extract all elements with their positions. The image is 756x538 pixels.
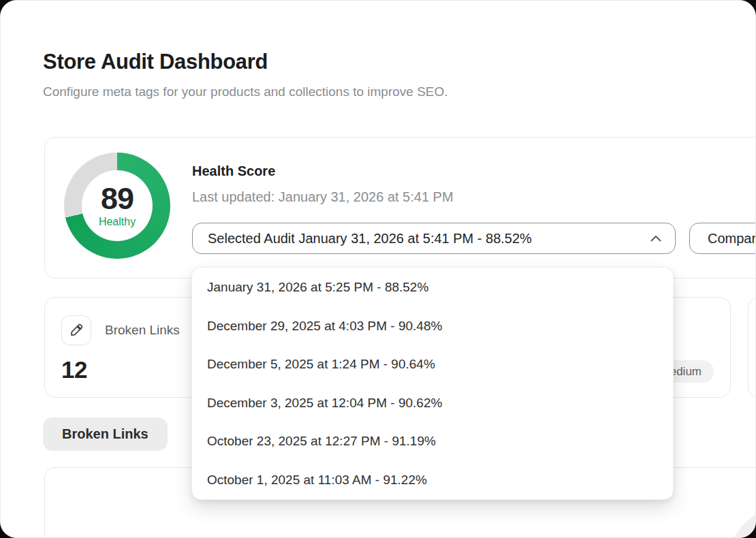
audit-select-value: Selected Audit January 31, 2026 at 5:41 … bbox=[208, 231, 532, 247]
broken-links-count: 12 bbox=[61, 356, 87, 383]
pencil-icon bbox=[69, 323, 84, 338]
broken-links-label: Broken Links bbox=[105, 323, 180, 338]
health-score-status: Healthy bbox=[99, 216, 136, 228]
audit-option[interactable]: October 23, 2025 at 12:27 PM - 91.19% bbox=[192, 422, 673, 461]
health-score-heading: Health Score bbox=[192, 163, 275, 179]
audit-dropdown-panel: January 31, 2026 at 5:25 PM - 88.52% Dec… bbox=[191, 267, 674, 500]
audit-option[interactable]: December 5, 2025 at 1:24 PM - 90.64% bbox=[192, 345, 673, 384]
health-score-card: 89 Healthy Health Score Last updated: Ja… bbox=[44, 137, 756, 279]
audit-option[interactable]: January 31, 2026 at 5:25 PM - 88.52% bbox=[192, 268, 673, 307]
page-subtitle: Configure meta tags for your products an… bbox=[43, 84, 448, 99]
audit-option[interactable]: October 1, 2025 at 11:03 AM - 91.22% bbox=[192, 461, 673, 500]
store-audit-dashboard-window: Store Audit Dashboard Configure meta tag… bbox=[0, 0, 756, 538]
chevron-up-icon bbox=[650, 235, 661, 242]
page-title: Store Audit Dashboard bbox=[43, 50, 268, 74]
audit-option[interactable]: December 29, 2025 at 4:03 PM - 90.48% bbox=[192, 307, 673, 346]
edit-icon-button[interactable] bbox=[61, 315, 91, 345]
audit-option[interactable]: December 3, 2025 at 12:04 PM - 90.62% bbox=[192, 384, 673, 423]
donut-center: 89 Healthy bbox=[82, 170, 153, 241]
decorative-circle bbox=[727, 505, 756, 538]
audit-select-dropdown[interactable]: Selected Audit January 31, 2026 at 5:41 … bbox=[192, 223, 676, 254]
compare-button[interactable]: Compare bbox=[689, 223, 756, 254]
health-score-value: 89 bbox=[101, 183, 133, 214]
tab-broken-links[interactable]: Broken Links bbox=[43, 417, 168, 451]
last-updated-text: Last updated: January 31, 2026 at 5:41 P… bbox=[192, 189, 454, 205]
next-stat-card-partial bbox=[748, 297, 756, 398]
health-score-donut-chart: 89 Healthy bbox=[64, 153, 170, 259]
